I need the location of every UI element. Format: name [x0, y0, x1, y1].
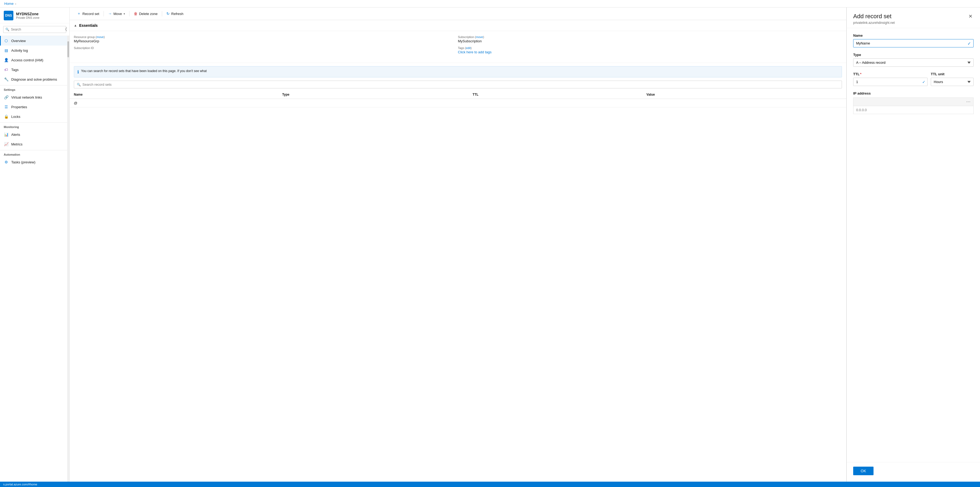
locks-icon: 🔒: [4, 114, 9, 119]
ip-address-label: IP address: [853, 91, 974, 95]
sidebar-item-tags[interactable]: 🏷 Tags: [0, 65, 69, 75]
breadcrumb: Home ›: [0, 0, 980, 8]
tags-icon: 🏷: [4, 67, 9, 72]
toolbar-separator-1: [103, 11, 104, 16]
sidebar-item-label-diagnose: Diagnose and solve problems: [11, 77, 57, 81]
ok-button[interactable]: OK: [853, 467, 873, 475]
type-select[interactable]: A – Address record AAAA – IPv6 address r…: [853, 58, 974, 67]
sidebar-item-activity-log[interactable]: ▤ Activity log: [0, 46, 69, 55]
essentials-header[interactable]: ▲ Essentials: [70, 20, 846, 31]
ttl-unit-select[interactable]: Seconds Minutes Hours Days: [931, 78, 974, 86]
subscription-move-link[interactable]: move: [476, 35, 483, 38]
row-type: [278, 99, 468, 107]
monitoring-section-label: Monitoring: [0, 123, 69, 130]
refresh-icon: ↻: [166, 11, 170, 16]
delete-zone-button[interactable]: 🗑 Delete zone: [130, 10, 161, 18]
add-record-set-button[interactable]: ＋ Record set: [74, 10, 102, 18]
sidebar-item-label-locks: Locks: [11, 115, 20, 119]
delete-icon: 🗑: [134, 11, 137, 16]
metrics-icon: 📈: [4, 142, 9, 147]
panel-title: Add record set: [853, 13, 895, 20]
sidebar-item-label-overview: Overview: [11, 39, 26, 43]
iam-icon: 👤: [4, 57, 9, 62]
sidebar-item-label-metrics: Metrics: [11, 142, 22, 146]
toolbar: ＋ Record set → Move ▾ 🗑 Delete zone ↻ Re…: [70, 8, 846, 20]
row-ttl: [468, 99, 642, 107]
sidebar-search-input[interactable]: [3, 26, 66, 33]
search-records-container: 🔍: [74, 81, 842, 88]
search-records-input[interactable]: [83, 83, 839, 86]
tags-item: Tags (edit) Click here to add tags: [458, 46, 842, 54]
ttl-form-group: TTL* ✓ TTL unit Seconds Minutes Hours: [853, 72, 974, 86]
sidebar-scroll-area: ⬡ Overview ▤ Activity log 👤 Access contr…: [0, 36, 69, 482]
refresh-button[interactable]: ↻ Refresh: [163, 10, 187, 18]
table-row[interactable]: @: [70, 99, 846, 107]
home-link[interactable]: Home: [4, 2, 14, 6]
sidebar-scrollbar[interactable]: [67, 36, 69, 482]
content-body: ▲ Essentials Resource group (move) MyRes…: [70, 20, 846, 482]
col-type: Type: [278, 91, 468, 99]
sidebar-item-tasks[interactable]: ⚙ Tasks (preview): [0, 157, 69, 167]
ttl-input[interactable]: [853, 78, 928, 86]
sidebar-item-label-tasks: Tasks (preview): [11, 160, 35, 164]
subscription-label: Subscription (move): [458, 35, 842, 38]
move-icon: →: [108, 11, 112, 16]
sidebar-item-label-alerts: Alerts: [11, 133, 20, 137]
name-label: Name: [853, 34, 974, 37]
properties-icon: ☰: [4, 104, 9, 109]
sidebar-item-virtual-network[interactable]: 🔗 Virtual network links: [0, 93, 69, 102]
sidebar-item-diagnose[interactable]: 🔧 Diagnose and solve problems: [0, 75, 69, 84]
sidebar-item-overview[interactable]: ⬡ Overview: [0, 36, 69, 46]
sidebar-item-metrics[interactable]: 📈 Metrics: [0, 139, 69, 149]
sidebar-scrollbar-thumb: [67, 41, 69, 57]
resource-group-move-link[interactable]: move: [97, 35, 104, 38]
ttl-label: TTL*: [853, 72, 928, 76]
essentials-title: Essentials: [79, 23, 98, 27]
sidebar-item-properties[interactable]: ☰ Properties: [0, 102, 69, 112]
ip-address-input[interactable]: [853, 106, 974, 114]
overview-icon: ⬡: [4, 38, 9, 43]
sidebar-item-label-activity: Activity log: [11, 48, 28, 53]
tags-value[interactable]: Click here to add tags: [458, 50, 842, 54]
subscription-value: MySubscription: [458, 39, 842, 43]
add-record-set-panel: Add record set privatelink.azurehdinsigh…: [846, 8, 980, 482]
tasks-icon: ⚙: [4, 160, 9, 164]
row-value: [642, 99, 846, 107]
subscription-item: Subscription (move) MySubscription: [458, 35, 842, 43]
ip-toolbar: ···: [853, 97, 974, 106]
panel-body: Name ✓ Type A – Address record AAAA – IP…: [847, 28, 980, 462]
sidebar-search-container: 🔍 《: [0, 23, 69, 36]
ttl-row: TTL* ✓ TTL unit Seconds Minutes Hours: [853, 72, 974, 86]
sidebar-header: DNS MYDNSZone Private DNS zone: [0, 8, 69, 23]
toolbar-separator-3: [162, 11, 162, 16]
activity-log-icon: ▤: [4, 48, 9, 53]
info-icon: ℹ: [77, 69, 79, 75]
ttl-input-wrapper: TTL* ✓: [853, 72, 928, 86]
subscription-id-item: Subscription ID: [74, 46, 458, 54]
records-table-body: @: [70, 99, 846, 107]
type-label: Type: [853, 53, 974, 57]
ip-more-button[interactable]: ···: [966, 99, 970, 104]
sidebar-item-label-tags: Tags: [11, 68, 19, 72]
move-button[interactable]: → Move ▾: [105, 10, 128, 18]
panel-close-button[interactable]: ✕: [967, 13, 974, 20]
dns-avatar: DNS: [4, 11, 13, 20]
panel-header: Add record set privatelink.azurehdinsigh…: [847, 8, 980, 28]
sidebar: DNS MYDNSZone Private DNS zone 🔍 《 ⬡ Ove…: [0, 8, 70, 482]
settings-section-label: Settings: [0, 85, 69, 93]
ttl-valid-icon: ✓: [922, 80, 926, 84]
name-input[interactable]: [853, 39, 974, 48]
type-form-group: Type A – Address record AAAA – IPv6 addr…: [853, 53, 974, 67]
sidebar-item-iam[interactable]: 👤 Access control (IAM): [0, 55, 69, 65]
tags-label: Tags (edit): [458, 46, 842, 49]
sidebar-collapse-button[interactable]: 《: [62, 26, 68, 34]
sidebar-item-locks[interactable]: 🔒 Locks: [0, 112, 69, 121]
sidebar-item-alerts[interactable]: 📊 Alerts: [0, 130, 69, 139]
refresh-label: Refresh: [171, 12, 183, 16]
move-label: Move: [113, 12, 122, 16]
ttl-required-mark: *: [860, 72, 861, 76]
sidebar-item-label-iam: Access control (IAM): [11, 58, 43, 62]
ttl-unit-wrapper: TTL unit Seconds Minutes Hours Days: [931, 72, 974, 86]
col-ttl: TTL: [468, 91, 642, 99]
tags-edit-link[interactable]: edit: [466, 46, 471, 49]
